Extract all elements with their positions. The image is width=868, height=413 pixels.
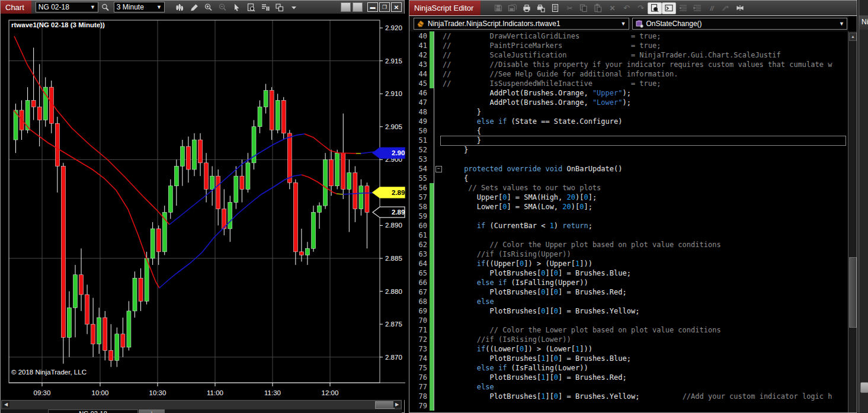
line-number: 54 — [409, 164, 430, 174]
code-line[interactable]: 53 — [409, 155, 848, 164]
strategies-icon[interactable] — [273, 1, 287, 13]
line-number: 42 — [409, 50, 430, 60]
code-line[interactable]: 50 { — [409, 126, 848, 136]
code-line[interactable]: 55 { — [409, 174, 848, 183]
code-line[interactable]: 52 } — [409, 145, 848, 155]
code-line[interactable]: 67 PlotBrushes[0][0] = Brushes.Red; — [409, 287, 848, 297]
candle-body — [156, 229, 161, 252]
instrument-search-icon[interactable] — [98, 1, 113, 13]
chart-properties-icon[interactable] — [244, 1, 258, 13]
scroll-right-icon[interactable]: ▶ — [393, 401, 401, 408]
fold-margin — [434, 325, 443, 335]
maximize-button[interactable]: ❐ — [379, 2, 390, 12]
code-line[interactable]: 42// ScaleJustification = NinjaTrader.Gu… — [409, 50, 848, 60]
code-line[interactable]: 45// IsSuspendedWhileInactive = true; — [409, 79, 848, 88]
code-line[interactable]: 44// //See Help Guide for additional inf… — [409, 69, 848, 79]
scrollbar-thumb[interactable] — [849, 257, 857, 328]
close-button[interactable]: ✕ — [391, 2, 402, 12]
instrument-selector[interactable]: NG 02-18 ▼ — [36, 2, 98, 12]
code-editor[interactable]: 40// DrawVerticalGridLines = true;41// P… — [409, 31, 848, 412]
comment-icon: // — [704, 2, 719, 14]
code-line[interactable]: 56 // Sets values to our two plots — [409, 183, 848, 193]
fold-collapse-icon[interactable]: − — [435, 166, 442, 172]
price-chart[interactable]: 2.9202.9152.9102.9052.9002.8902.8852.880… — [1, 14, 405, 400]
chart-h-scrollbar[interactable]: ◀ ▶ — [1, 400, 402, 410]
code-token: (IsFalling(Lower)) — [507, 364, 588, 372]
compile-icon[interactable] — [733, 2, 747, 14]
line-number: 62 — [409, 240, 430, 249]
candle-body — [341, 153, 345, 189]
chart-style-icon[interactable] — [173, 1, 187, 13]
code-line[interactable]: 79 — [409, 401, 848, 411]
candle-body — [287, 133, 292, 183]
instrument-value: NG 02-18 — [39, 3, 69, 11]
code-line[interactable]: 66 else if (IsFalling(Upper)) — [409, 278, 848, 287]
method-selector[interactable]: OnStateChange() ▼ — [632, 18, 848, 30]
output-window-icon[interactable] — [662, 2, 676, 14]
code-line[interactable]: 59 — [409, 212, 848, 221]
code-line[interactable]: 68 else — [409, 297, 848, 306]
fold-margin — [434, 79, 443, 88]
cursor-icon[interactable] — [230, 1, 244, 13]
interval-selector[interactable]: 3 Minute ▼ — [114, 2, 165, 12]
line-number: 68 — [409, 297, 430, 306]
editor-titlebar[interactable]: NinjaScript Editor ✂✕↶↷//∕∕* — [409, 1, 857, 16]
code-line[interactable]: 65 PlotBrushes[0][0] = Brushes.Blue; — [409, 268, 848, 278]
code-line[interactable]: 47 AddPlot(Brushes.Orange, "Lower"); — [409, 98, 848, 107]
instrument-link-button[interactable] — [341, 2, 351, 12]
code-token: else — [477, 383, 494, 391]
code-line[interactable]: 69 PlotBrushes[0][0] = Brushes.Yellow; — [409, 306, 848, 316]
line-number: 69 — [409, 306, 430, 316]
editor-v-scrollbar[interactable]: ▲ — [848, 31, 857, 412]
code-line[interactable]: 54− protected override void OnBarUpdate(… — [409, 164, 848, 174]
code-line[interactable]: 62 // Color the Upper plot based on plot… — [409, 240, 848, 249]
candle-body — [55, 123, 59, 166]
code-line[interactable]: 60 if (CurrentBar < 1) return; — [409, 221, 848, 230]
code-line[interactable]: 75 else if (IsFalling(Lower)) — [409, 363, 848, 373]
tab-ng-02-18[interactable]: NG 02-18 — [48, 409, 138, 413]
code-line[interactable]: 78 PlotBrushes[1][0] = Brushes.Yellow; /… — [409, 392, 848, 401]
code-line[interactable]: 46 AddPlot(Brushes.Orange, "Upper"); — [409, 88, 848, 98]
code-line[interactable]: 41// PaintPriceMarkers = true; — [409, 41, 848, 50]
type-selector[interactable]: NinjaTrader.NinjaScript.Indicators.rtwav… — [414, 18, 629, 30]
code-line[interactable]: 58 Lower[0] = SMA(Low, 20)[0]; — [409, 202, 848, 212]
chart-titlebar[interactable]: Chart NG 02-18 ▼ 3 Minute ▼ ▬❐✕ — [1, 1, 404, 14]
background-window-sliver[interactable]: Ni — [859, 0, 868, 413]
indicators-icon[interactable] — [258, 1, 273, 13]
scroll-left-icon[interactable]: ◀ — [2, 401, 9, 408]
code-line[interactable]: 71 // Color the Lower plot based on plot… — [409, 325, 848, 335]
code-line[interactable]: 49 else if (State == State.Configure) — [409, 117, 848, 126]
fold-margin — [434, 382, 443, 392]
scrollbar-thumb[interactable] — [375, 401, 395, 409]
drawing-tools-icon[interactable] — [187, 1, 201, 13]
code-line[interactable]: 51 } — [409, 136, 848, 145]
code-token: 20 — [567, 193, 575, 201]
code-line[interactable]: 43// //Disable this property if your ind… — [409, 60, 848, 69]
code-line[interactable]: 61 — [409, 230, 848, 240]
minimize-button[interactable]: ▬ — [367, 2, 378, 12]
code-line[interactable]: 64 if((Upper[0]) > (Upper[1])) — [409, 259, 848, 268]
code-line[interactable]: 48 } — [409, 107, 848, 117]
interval-link-button[interactable] — [353, 2, 363, 12]
scroll-up-icon[interactable]: ▲ — [849, 33, 857, 41]
code-token: // PaintPriceMarkers = true; — [443, 41, 661, 50]
code-line[interactable]: 57 Upper[0] = SMA(High, 20)[0]; — [409, 193, 848, 202]
code-line[interactable]: 70 — [409, 316, 848, 325]
line-number: 56 — [409, 183, 430, 193]
zoom-in-icon[interactable] — [201, 1, 216, 13]
print-preview-icon[interactable] — [534, 2, 548, 14]
code-line[interactable]: 73 if((Lower[0]) > (Lower[1])) — [409, 344, 848, 354]
code-line[interactable]: 76 PlotBrushes[1][0] = Brushes.Red; — [409, 373, 848, 382]
code-line[interactable]: 63 //if (IsRising(Upper)) — [409, 249, 848, 259]
code-line[interactable]: 40// DrawVerticalGridLines = true; — [409, 31, 848, 41]
fold-margin — [434, 316, 443, 325]
code-line[interactable]: 74 PlotBrushes[1][0] = Brushes.Blue; — [409, 354, 848, 363]
code-line[interactable]: 77 else — [409, 382, 848, 392]
candle-body — [97, 318, 101, 344]
more-options-icon[interactable] — [287, 1, 301, 13]
print-icon[interactable] — [520, 2, 534, 14]
code-line[interactable]: 72 //if (IsRising(Lower)) — [409, 335, 848, 344]
properties-icon[interactable] — [548, 2, 562, 14]
add-tab-button[interactable]: + — [139, 409, 165, 413]
find-icon[interactable] — [648, 2, 662, 14]
